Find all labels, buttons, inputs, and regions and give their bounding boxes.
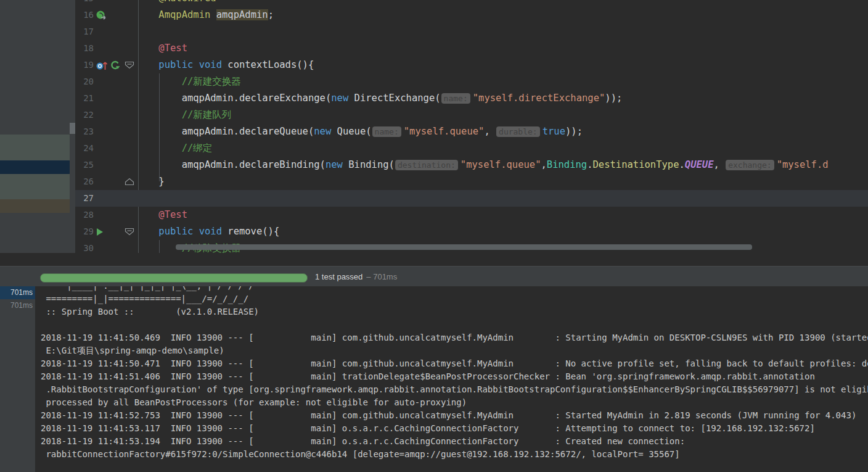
line-number[interactable]: 15 <box>75 0 94 7</box>
project-tree-row[interactable] <box>0 199 70 213</box>
test-tree[interactable]: 701ms701ms <box>0 286 35 472</box>
console-line: :: Spring Boot :: (v2.1.0.RELEASE) <box>41 305 868 318</box>
code-text: @Test <box>136 40 187 57</box>
run-toolbar: 1 test passed – 701ms <box>0 266 868 287</box>
console-line: 2018-11-19 11:41:53.194 INFO 13900 --- [… <box>41 435 868 448</box>
console-line: 2018-11-19 11:41:53.117 INFO 13900 --- [… <box>41 422 868 435</box>
project-tree-row[interactable] <box>0 135 70 160</box>
test-status: 1 test passed – 701ms <box>315 267 397 287</box>
code-text: amqpAdmin.declareBinding(new Binding(des… <box>136 157 829 173</box>
code-line[interactable]: 21amqpAdmin.declareExchange(new DirectEx… <box>75 90 868 107</box>
test-progress-bar <box>40 273 308 283</box>
console-line: E:\Git项目\spring-amqp-demo\sample) <box>41 344 868 357</box>
test-tree-row[interactable]: 701ms <box>0 286 35 299</box>
fold-marker-down-icon[interactable] <box>125 223 134 240</box>
console-line: ' |____| .__|_| |_|_| |_\__, | / / / / <box>41 286 868 292</box>
run-icon[interactable] <box>96 228 104 236</box>
line-number[interactable]: 18 <box>75 40 94 57</box>
console-line: 2018-11-19 11:41:50.469 INFO 13900 --- [… <box>41 331 868 344</box>
code-line[interactable]: 20//新建交换器 <box>75 73 868 90</box>
code-text: AmqpAdmin amqpAdmin; <box>136 7 274 23</box>
rerun-icon[interactable] <box>110 60 120 70</box>
project-tree-row[interactable] <box>0 160 70 174</box>
code-text: @Autowired <box>136 0 216 7</box>
code-line[interactable]: 17 <box>75 23 868 40</box>
line-number[interactable]: 30 <box>75 240 94 253</box>
code-line[interactable]: 29public void remove(){ <box>75 223 868 240</box>
line-number[interactable]: 17 <box>75 23 94 40</box>
code-line[interactable]: 16AmqpAdmin amqpAdmin; <box>75 7 868 23</box>
ide-window: 15@Autowired16AmqpAdmin amqpAdmin;1718@T… <box>0 0 868 472</box>
line-number[interactable]: 25 <box>75 157 94 173</box>
code-text: //新建队列 <box>136 107 231 123</box>
code-text: //绑定 <box>136 140 212 157</box>
line-number[interactable]: 26 <box>75 173 94 190</box>
fold-marker-down-icon[interactable] <box>125 57 134 73</box>
code-text: @Test <box>136 207 187 223</box>
test-method-icon[interactable] <box>96 60 108 70</box>
code-line[interactable]: 22//新建队列 <box>75 107 868 123</box>
test-status-duration: – 701ms <box>366 272 397 281</box>
fold-marker-up-icon[interactable] <box>125 173 134 190</box>
project-panel[interactable] <box>0 0 75 253</box>
line-number[interactable]: 28 <box>75 207 94 223</box>
code-text: amqpAdmin.declareQueue(new Queue(name:"m… <box>136 123 583 140</box>
code-line[interactable]: 19public void contextLoads(){ <box>75 57 868 73</box>
console-line: 2018-11-19 11:41:50.471 INFO 13900 --- [… <box>41 357 868 370</box>
line-number[interactable]: 19 <box>75 57 94 73</box>
code-text: } <box>136 173 165 190</box>
editor-horizontal-scrollbar[interactable] <box>176 244 752 250</box>
code-text: public void contextLoads(){ <box>136 57 314 73</box>
code-text: //新建交换器 <box>136 73 241 90</box>
code-line[interactable]: 26} <box>75 173 868 190</box>
line-number[interactable]: 27 <box>75 190 94 207</box>
project-tree-row[interactable] <box>0 174 70 199</box>
project-panel-scrollbar[interactable] <box>70 123 75 134</box>
line-number[interactable]: 16 <box>75 7 94 23</box>
run-panel: 701ms701ms ' |____| .__|_| |_|_| |_\__, … <box>0 286 868 472</box>
panel-divider <box>0 253 868 266</box>
console-line: =========|_|==============|___/=/_/_/_/ <box>41 292 868 305</box>
indent-guide <box>159 240 160 253</box>
console-line <box>41 318 868 331</box>
code-line[interactable]: 27 <box>75 190 868 207</box>
line-number[interactable]: 23 <box>75 123 94 140</box>
console-line: .RabbitBootstrapConfiguration' of type [… <box>41 383 868 396</box>
console-line: rabbitConnectionFactory#615f972:0/Simple… <box>41 448 868 461</box>
line-number[interactable]: 24 <box>75 140 94 157</box>
code-line[interactable]: 18@Test <box>75 40 868 57</box>
line-number[interactable]: 22 <box>75 107 94 123</box>
console-line: processed by all BeanPostProcessors (for… <box>41 396 868 409</box>
code-text: public void remove(){ <box>136 223 279 240</box>
code-text: amqpAdmin.declareExchange(new DirectExch… <box>136 90 622 107</box>
line-number[interactable]: 20 <box>75 73 94 90</box>
indent-guide <box>159 73 160 181</box>
code-line[interactable]: 15@Autowired <box>75 0 868 7</box>
code-line[interactable]: 24//绑定 <box>75 140 868 157</box>
code-line[interactable]: 28@Test <box>75 207 868 223</box>
spring-bean-icon[interactable] <box>96 10 107 20</box>
code-line[interactable]: 25amqpAdmin.declareBinding(new Binding(d… <box>75 157 868 173</box>
console-line: 2018-11-19 11:41:51.406 INFO 13900 --- [… <box>41 370 868 383</box>
console-line: 2018-11-19 11:41:52.753 INFO 13900 --- [… <box>41 409 868 422</box>
test-status-passed: 1 test passed <box>315 272 362 281</box>
run-console[interactable]: ' |____| .__|_| |_|_| |_\__, | / / / / =… <box>35 286 868 472</box>
code-editor[interactable]: 15@Autowired16AmqpAdmin amqpAdmin;1718@T… <box>75 0 868 253</box>
line-number[interactable]: 29 <box>75 223 94 240</box>
line-number[interactable]: 21 <box>75 90 94 107</box>
test-tree-row[interactable]: 701ms <box>0 299 35 312</box>
code-line[interactable]: 23amqpAdmin.declareQueue(new Queue(name:… <box>75 123 868 140</box>
